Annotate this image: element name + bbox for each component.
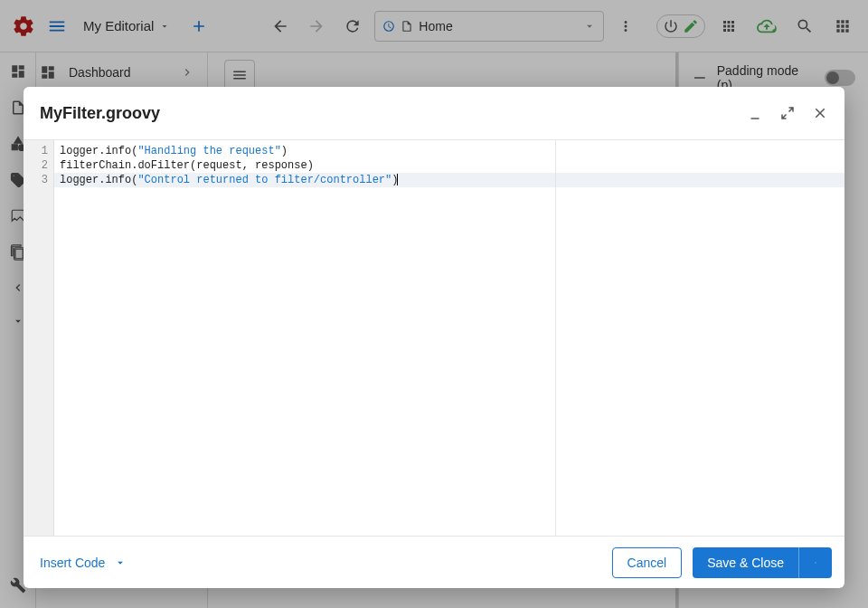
insert-code-label: Insert Code: [40, 556, 105, 570]
caret-down-icon: [814, 557, 817, 568]
chevron-down-icon: [114, 556, 127, 569]
save-close-more-button[interactable]: [799, 547, 832, 578]
text-caret: [397, 174, 398, 185]
modal-overlay: MyFilter.groovy 1 2 3 logger.info("Handl…: [0, 0, 868, 608]
line-number: 2: [24, 158, 48, 173]
minimize-icon: [747, 105, 763, 121]
line-number: 1: [24, 144, 48, 158]
fullscreen-button[interactable]: [779, 105, 796, 121]
expand-icon: [779, 105, 796, 121]
insert-code-button[interactable]: Insert Code: [36, 550, 130, 575]
code-editor-dialog: MyFilter.groovy 1 2 3 logger.info("Handl…: [24, 87, 844, 588]
code-gutter: 1 2 3: [24, 140, 54, 536]
dialog-title: MyFilter.groovy: [40, 104, 160, 123]
close-button[interactable]: [812, 105, 828, 121]
print-margin: [555, 140, 556, 536]
code-line: logger.info("Control returned to filter/…: [54, 173, 844, 187]
save-close-split-button: Save & Close: [693, 547, 832, 578]
code-editor[interactable]: logger.info("Handling the request") filt…: [54, 140, 844, 536]
save-close-button[interactable]: Save & Close: [693, 547, 799, 578]
line-number: 3: [24, 173, 48, 187]
close-icon: [812, 105, 828, 121]
code-line: filterChain.doFilter(request, response): [54, 158, 844, 173]
code-line: logger.info("Handling the request"): [54, 144, 844, 158]
dialog-footer: Insert Code Cancel Save & Close: [24, 536, 844, 588]
cancel-button[interactable]: Cancel: [612, 547, 683, 578]
minimize-button[interactable]: [747, 105, 763, 121]
dialog-header: MyFilter.groovy: [24, 87, 844, 139]
code-editor-body: 1 2 3 logger.info("Handling the request"…: [24, 139, 844, 536]
